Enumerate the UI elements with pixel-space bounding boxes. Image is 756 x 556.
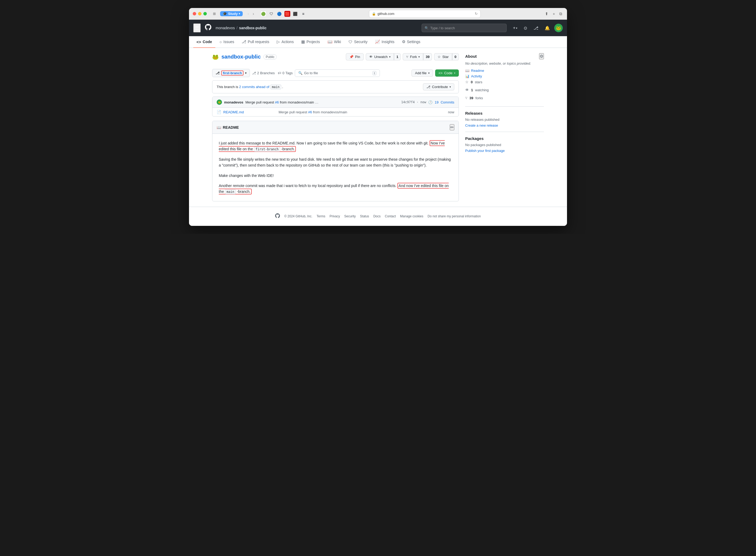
- branch-count-icon: ⎇: [252, 71, 256, 75]
- nav-arrows: ‹ ›: [246, 11, 256, 17]
- branches-link[interactable]: ⎇ 2 Branches: [252, 71, 275, 75]
- footer-docs-link[interactable]: Docs: [373, 214, 380, 218]
- forks-count: 39: [469, 96, 473, 100]
- star-count-button[interactable]: 0: [452, 53, 459, 60]
- file-commit-pr-link[interactable]: #6: [308, 110, 312, 114]
- github-logo[interactable]: [205, 24, 211, 32]
- go-to-file-input[interactable]: 🔍 Go to file t: [295, 69, 380, 77]
- tab-projects[interactable]: ▦ Projects: [298, 36, 323, 48]
- unwatch-button[interactable]: 👁 Unwatch ▾: [366, 53, 394, 60]
- about-settings-button[interactable]: ⚙: [539, 53, 544, 59]
- issues-inbox-button[interactable]: ⊙: [522, 25, 529, 32]
- tab-wiki[interactable]: 📖 Wiki: [324, 36, 344, 48]
- publish-package-link[interactable]: Publish your first package: [465, 149, 505, 153]
- tab-issues-label: Issues: [224, 40, 234, 44]
- page-footer: © 2024 GitHub, Inc. Terms Privacy Securi…: [189, 207, 567, 226]
- minimize-button[interactable]: [198, 12, 201, 15]
- readme-paragraph-4: Another remote commit was made that i wa…: [219, 183, 452, 195]
- address-bar[interactable]: 🔒 github.com ↻: [369, 10, 481, 18]
- tab-code[interactable]: <> Code: [193, 36, 215, 48]
- file-list: 🐸 monadevos Merge pull request #6 from m…: [212, 97, 459, 116]
- study-tag[interactable]: 🎓 Study ▾: [220, 11, 243, 16]
- commit-author-name[interactable]: monadevos: [224, 100, 243, 104]
- tab-actions[interactable]: ▷ Actions: [273, 36, 297, 48]
- fork-button[interactable]: ⑂ Fork ▾: [403, 53, 423, 60]
- global-search[interactable]: 🔍 Type / to search: [422, 24, 507, 32]
- github-page: ☰ monadevos / sandbox-public 🔍 Type / to…: [189, 20, 567, 226]
- sidebar-toggle-button[interactable]: ⊞: [211, 11, 218, 17]
- commit-pr-link[interactable]: #6: [275, 100, 280, 104]
- footer-status-link[interactable]: Status: [360, 214, 369, 218]
- contribute-button[interactable]: ⎇ Contribute ▾: [423, 83, 454, 91]
- user-avatar-button[interactable]: 🐸: [554, 24, 563, 32]
- commits-ahead-link[interactable]: 2 commits ahead of: [239, 85, 270, 89]
- code-icon: <>: [196, 40, 201, 44]
- pull-requests-inbox-button[interactable]: ⎇: [531, 25, 540, 32]
- back-button[interactable]: ‹: [246, 11, 251, 17]
- file-name-link[interactable]: README.md: [223, 110, 276, 114]
- new-item-button[interactable]: + ▾: [511, 25, 520, 31]
- grid-icon[interactable]: ⬛: [292, 11, 298, 17]
- pin-label: Pin: [355, 55, 360, 59]
- forks-stat: ⑂ 39 forks: [465, 96, 544, 100]
- pin-button[interactable]: 📌 Pin: [346, 53, 364, 60]
- tab-pull-requests[interactable]: ⎇ Pull requests: [238, 36, 272, 48]
- chevron-down-icon: ▾: [418, 55, 420, 58]
- puzzle-icon[interactable]: 🟥: [285, 11, 290, 17]
- commit-hash[interactable]: 14c97f4 · now: [401, 100, 426, 104]
- footer-terms-link[interactable]: Terms: [316, 214, 325, 218]
- commits-history-link[interactable]: 19 Commits: [434, 100, 454, 104]
- tab-insights[interactable]: 📈 Insights: [372, 36, 398, 48]
- readme-link[interactable]: Readme: [471, 69, 484, 73]
- readme-p4-highlight-code: main: [225, 189, 236, 194]
- stars-label: stars: [475, 80, 482, 84]
- unwatch-count-button[interactable]: 1: [394, 53, 401, 60]
- footer-github-logo: [275, 213, 280, 219]
- tab-security[interactable]: 🛡 Security: [345, 36, 371, 48]
- close-button[interactable]: [193, 12, 196, 15]
- file-modified-time: now: [448, 110, 454, 114]
- actions-icon: ▷: [277, 39, 280, 44]
- releases-section: Releases No releases published Create a …: [465, 111, 544, 132]
- chevron-down-icon: ▾: [239, 12, 240, 15]
- share-button[interactable]: ⬆: [544, 10, 550, 17]
- maximize-button[interactable]: [203, 12, 207, 15]
- reload-icon[interactable]: ↻: [475, 12, 478, 16]
- footer-privacy-link[interactable]: Privacy: [330, 214, 340, 218]
- star-button[interactable]: ☆ Star: [434, 53, 452, 60]
- footer-contact-link[interactable]: Contact: [385, 214, 396, 218]
- contribute-icon: ⎇: [426, 85, 430, 89]
- footer-privacy-personal-link[interactable]: Do not share my personal information: [427, 214, 481, 218]
- insights-icon: 📈: [375, 39, 380, 44]
- activity-link[interactable]: Activity: [471, 74, 482, 78]
- tab-settings[interactable]: ⚙ Settings: [399, 36, 424, 48]
- traffic-lights: [193, 12, 207, 15]
- repo-name-link[interactable]: sandbox-public: [221, 54, 261, 60]
- footer-security-link[interactable]: Security: [344, 214, 356, 218]
- hamburger-menu-button[interactable]: ☰: [193, 24, 201, 32]
- new-tab-button[interactable]: +: [552, 10, 556, 17]
- create-release-link[interactable]: Create a new release: [465, 124, 498, 128]
- notifications-button[interactable]: 🔔: [542, 25, 552, 32]
- tags-link[interactable]: 🏷 0 Tags: [278, 71, 293, 75]
- tabs-button[interactable]: ⧉: [558, 10, 563, 17]
- code-button[interactable]: <> Code ▾: [435, 69, 459, 77]
- readme-edit-button[interactable]: ✏: [450, 124, 454, 130]
- menu-icon[interactable]: ≡: [300, 11, 306, 17]
- readme-content: I just added this message to the README.…: [213, 134, 459, 201]
- add-file-button[interactable]: Add file ▾: [412, 69, 433, 77]
- fork-count-button[interactable]: 39: [423, 53, 432, 60]
- info-icon[interactable]: 🔵: [276, 11, 282, 17]
- activity-link-icon: 📊: [465, 74, 469, 78]
- repo-tabs: <> Code ○ Issues ⎇ Pull requests ▷ Actio…: [189, 36, 567, 48]
- browser-actions: ⬆ + ⧉: [544, 10, 563, 17]
- breadcrumb-repo-link[interactable]: sandbox-public: [239, 26, 266, 30]
- breadcrumb-owner-link[interactable]: monadevos: [216, 26, 235, 30]
- shield-icon[interactable]: 🛡: [268, 11, 274, 17]
- fork-group: ⑂ Fork ▾ 39: [403, 53, 432, 60]
- google-icon[interactable]: 🟢: [261, 11, 266, 17]
- tab-issues[interactable]: ○ Issues: [216, 36, 238, 48]
- forward-button[interactable]: ›: [251, 11, 256, 17]
- footer-cookies-link[interactable]: Manage cookies: [400, 214, 423, 218]
- branch-selector[interactable]: ⎇ first-branch ▾: [212, 69, 250, 77]
